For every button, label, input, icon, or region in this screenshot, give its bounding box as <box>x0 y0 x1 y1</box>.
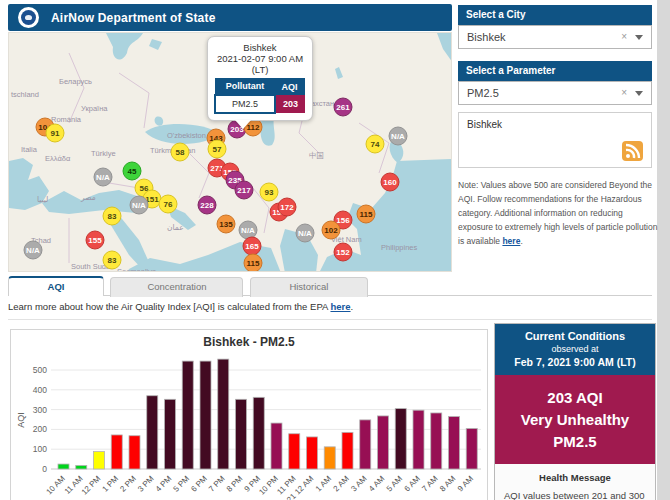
learn-more-text: Learn more about how the Air Quality Ind… <box>8 301 353 312</box>
map-marker[interactable]: 115 <box>244 254 263 273</box>
chart-bar[interactable] <box>378 416 389 469</box>
department-of-state-seal-icon <box>18 7 39 28</box>
popup-timezone: (LT) <box>214 64 306 75</box>
tab-aqi[interactable]: AQI <box>8 276 104 296</box>
chart-bar[interactable] <box>182 361 193 469</box>
parameter-select-value: PM2.5 <box>467 87 499 99</box>
chart-bar[interactable] <box>307 437 318 469</box>
chart-ytick: 300 <box>33 405 47 415</box>
map-marker[interactable]: 155 <box>86 231 105 250</box>
parameter-clear-icon[interactable]: × <box>621 82 627 104</box>
chart-xtick: 9 AM <box>456 474 475 493</box>
chart-xtick: 7 PM <box>207 474 227 494</box>
map-marker[interactable]: 228 <box>198 196 217 215</box>
chart-bar[interactable] <box>200 361 211 469</box>
map-marker[interactable]: N/A <box>296 224 315 243</box>
map-marker[interactable]: 45 <box>123 162 142 181</box>
chart-xtick: 8 AM <box>438 474 457 493</box>
map-marker[interactable]: 261 <box>334 98 353 117</box>
beyond-aqi-note: Note: Values above 500 are considered Be… <box>458 178 658 248</box>
note-prefix: Note: Values above 500 are considered Be… <box>458 180 657 246</box>
chart-bar[interactable] <box>58 464 69 469</box>
city-select-value: Bishkek <box>467 31 506 43</box>
chart-bar[interactable] <box>76 465 87 469</box>
map-marker[interactable]: 58 <box>171 143 190 162</box>
chart-bar[interactable] <box>289 434 300 469</box>
chart-xtick: 7 AM <box>420 474 439 493</box>
map-marker[interactable]: 83 <box>103 251 122 270</box>
chart-xtick: 2 PM <box>118 474 138 494</box>
map-marker[interactable]: 172 <box>278 198 297 217</box>
chart-xtick: 10 AM <box>45 474 68 497</box>
current-aqi-value: 203 AQI <box>499 387 651 409</box>
map-marker[interactable]: 57 <box>208 140 227 159</box>
chart-bar[interactable] <box>111 435 122 469</box>
popup-table: Pollutant AQI PM2.5 203 <box>214 78 306 114</box>
chart-bar[interactable] <box>449 417 460 469</box>
note-suffix: . <box>520 236 522 246</box>
divider <box>8 319 652 320</box>
chart-ytick: 100 <box>33 444 47 454</box>
map-marker[interactable]: 152 <box>334 243 353 262</box>
chart-bar[interactable] <box>413 410 424 469</box>
tab-concentration[interactable]: Concentration <box>110 277 243 297</box>
map-marker[interactable]: 135 <box>217 215 236 234</box>
chart-bar[interactable] <box>360 420 371 469</box>
note-link[interactable]: here <box>502 236 520 246</box>
aqi-map[interactable]: tschlandБеларусьУкраїнаRomániaItaliaΕλλά… <box>8 32 452 272</box>
chart-bar[interactable] <box>324 447 335 469</box>
map-marker[interactable]: 74 <box>366 135 385 154</box>
tab-historical[interactable]: Historical <box>250 277 368 297</box>
chart-xtick: 3 PM <box>136 474 156 494</box>
popup-pointer <box>235 120 251 129</box>
parameter-caret-icon[interactable] <box>635 91 643 96</box>
chart-ytick: 0 <box>42 464 47 474</box>
health-message-text: AQI values between 201 and 300 trigger a… <box>504 487 646 500</box>
map-marker[interactable]: N/A <box>389 127 408 146</box>
current-conditions-title: Current Conditions <box>499 330 651 342</box>
parameter-select[interactable]: PM2.5 × <box>458 81 652 105</box>
chart-bar[interactable] <box>218 359 229 469</box>
current-conditions-panel: Current Conditions observed at Feb 7, 20… <box>494 323 656 500</box>
map-marker[interactable]: 217 <box>235 181 254 200</box>
rss-feed-icon[interactable] <box>622 141 643 161</box>
chart-bar[interactable] <box>431 413 442 469</box>
map-marker[interactable]: 76 <box>159 195 178 214</box>
map-marker[interactable]: 102 <box>322 221 341 240</box>
popup-datetime: 2021-02-07 9:00 AM <box>214 53 306 64</box>
chart-bar[interactable] <box>466 428 477 469</box>
map-marker[interactable]: N/A <box>130 196 149 215</box>
chart-bar[interactable] <box>395 409 406 469</box>
map-marker[interactable]: 160 <box>381 173 400 192</box>
map-marker[interactable]: 93 <box>260 183 279 202</box>
chart-bar[interactable] <box>271 423 282 469</box>
popup-col-pollutant: Pollutant <box>215 78 275 95</box>
city-select[interactable]: Bishkek × <box>458 25 652 49</box>
learn-more-link[interactable]: here <box>330 301 350 312</box>
chart-xtick: 6 PM <box>189 474 209 494</box>
chart-bar[interactable] <box>147 396 158 469</box>
chart-xtick: 10 PM <box>257 474 280 497</box>
chart-xtick: 1 PM <box>101 474 121 494</box>
map-marker[interactable]: N/A <box>94 168 113 187</box>
chart-bar[interactable] <box>165 399 176 469</box>
chart-bar[interactable] <box>342 432 353 469</box>
popup-pollutant-value: PM2.5 <box>215 95 275 113</box>
page: AirNow Department of State <box>0 0 657 500</box>
chart-bar[interactable] <box>129 436 140 469</box>
chart-ytick: 200 <box>33 424 47 434</box>
chart-bar[interactable] <box>236 399 247 469</box>
map-marker[interactable]: N/A <box>24 241 43 260</box>
city-clear-icon[interactable]: × <box>621 26 627 48</box>
map-marker[interactable]: 115 <box>357 205 376 224</box>
chart-xtick: 4 AM <box>367 474 386 493</box>
rss-city-label: Bishkek <box>467 119 502 130</box>
learn-more-prefix: Learn more about how the Air Quality Ind… <box>8 301 330 312</box>
chart-canvas: Bishkek - PM2.50100200300400500AQI10 AM1… <box>11 330 487 500</box>
chart-bar[interactable] <box>94 452 105 469</box>
city-caret-icon[interactable] <box>635 35 643 40</box>
map-marker[interactable]: 91 <box>46 124 65 143</box>
chart-bar[interactable] <box>253 397 264 469</box>
popup-city: Bishkek <box>214 42 306 53</box>
map-marker[interactable]: 83 <box>103 207 122 226</box>
